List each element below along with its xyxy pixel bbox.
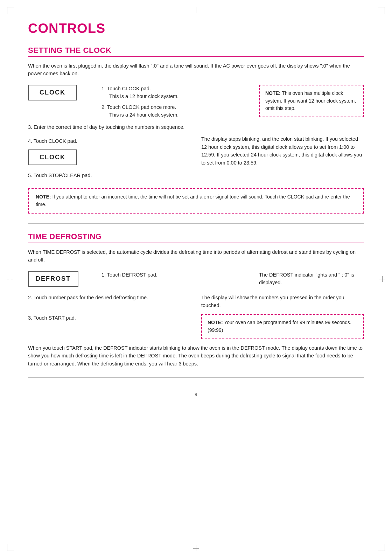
note1-box: NOTE: This oven has multiple clock syste… — [259, 85, 364, 117]
clock-button[interactable]: CLOCK — [28, 85, 77, 100]
step4-label: 4. Touch CLOCK pad. — [28, 137, 191, 145]
step1-num: 1. — [102, 86, 106, 91]
defrost-step2-right-text: The display will show the numbers you pr… — [201, 294, 364, 309]
clock-button-container: CLOCK — [28, 85, 102, 103]
defrost-step1-row: DEFROST 1. Touch DEFROST pad. The DEFROS… — [28, 271, 364, 290]
step1-2-text: 1. Touch CLOCK pad. This is a 12 hour cl… — [102, 85, 259, 119]
page-container: CONTROLS SETTING THE CLOCK When the oven… — [0, 0, 392, 558]
step2-line2: This is a 24 hour clock system. — [109, 112, 178, 118]
note1-container: NOTE: This oven has multiple clock syste… — [259, 85, 364, 117]
setting-clock-intro: When the oven is first plugged in, the d… — [28, 62, 364, 78]
step1-line2: This is a 12 hour clock system. — [109, 93, 178, 99]
defrost-step2-row: 2. Touch number pads for the desired def… — [28, 294, 364, 309]
step4-left: 4. Touch CLOCK pad. CLOCK 5. Touch STOP/… — [28, 135, 201, 183]
section-divider-1 — [28, 223, 364, 224]
step2-line1: Touch CLOCK pad once more. — [107, 104, 176, 110]
step4-right: The display stops blinking, and the colo… — [201, 135, 364, 167]
defrost-step3-row: 3. Touch START pad. NOTE: Your oven can … — [28, 314, 364, 339]
main-title: CONTROLS — [28, 21, 364, 36]
step5-label: 5. Touch STOP/CLEAR pad. — [28, 172, 191, 179]
defrost-step1-right: The DEFROST indicator lights and " : 0" … — [259, 271, 364, 287]
section-divider-2 — [28, 377, 364, 378]
step4-row: 4. Touch CLOCK pad. CLOCK 5. Touch STOP/… — [28, 135, 364, 183]
note3-text: Your oven can be programmed for 99 minut… — [208, 320, 351, 333]
defrost-button[interactable]: DEFROST — [28, 271, 78, 287]
defrost-closing-text: When you touch START pad, the DEFROST in… — [28, 344, 364, 368]
defrost-step2-label: 2. Touch number pads for the desired def… — [28, 294, 191, 301]
time-defrosting-intro: When TIME DEFROST is selected, the autom… — [28, 248, 364, 264]
defrost-step3-left: 3. Touch START pad. — [28, 314, 201, 322]
note2-text: If you attempt to enter an incorrect tim… — [36, 194, 350, 207]
step1-line1: Touch CLOCK pad. — [107, 86, 151, 91]
defrost-step1-label: 1. Touch DEFROST pad. — [102, 271, 252, 279]
setting-clock-section: SETTING THE CLOCK When the oven is first… — [28, 46, 364, 214]
defrost-step2-left: 2. Touch number pads for the desired def… — [28, 294, 201, 301]
step2-text: 2. Touch CLOCK pad once more. This is a … — [102, 103, 252, 119]
setting-clock-title: SETTING THE CLOCK — [28, 46, 364, 57]
clock-button-2[interactable]: CLOCK — [28, 149, 77, 165]
defrost-step3-right: NOTE: Your oven can be programmed for 99… — [201, 314, 364, 339]
page-number: 9 — [28, 392, 364, 397]
defrost-step3-label: 3. Touch START pad. — [28, 314, 191, 322]
time-defrosting-title: TIME DEFROSTING — [28, 232, 364, 243]
note3-box: NOTE: Your oven can be programmed for 99… — [201, 314, 364, 339]
defrost-step1-text: 1. Touch DEFROST pad. — [102, 271, 259, 279]
note3-label: NOTE: — [208, 320, 223, 325]
step1-2-row: CLOCK 1. Touch CLOCK pad. This is a 12 h… — [28, 85, 364, 119]
time-defrosting-section: TIME DEFROSTING When TIME DEFROST is sel… — [28, 232, 364, 368]
defrost-step2-right: The display will show the numbers you pr… — [201, 294, 364, 309]
note2-box: NOTE: If you attempt to enter an incorre… — [28, 188, 364, 213]
step3-text: 3. Enter the correct time of day by touc… — [28, 123, 364, 131]
note2-label: NOTE: — [36, 194, 51, 200]
note1-label: NOTE: — [265, 90, 281, 96]
step2-num: 2. — [102, 104, 106, 110]
step4-right-text: The display stops blinking, and the colo… — [201, 135, 364, 167]
defrost-button-container: DEFROST — [28, 271, 102, 290]
defrost-step1-right-text: The DEFROST indicator lights and " : 0" … — [259, 271, 364, 287]
step1-text: 1. Touch CLOCK pad. This is a 12 hour cl… — [102, 85, 252, 100]
